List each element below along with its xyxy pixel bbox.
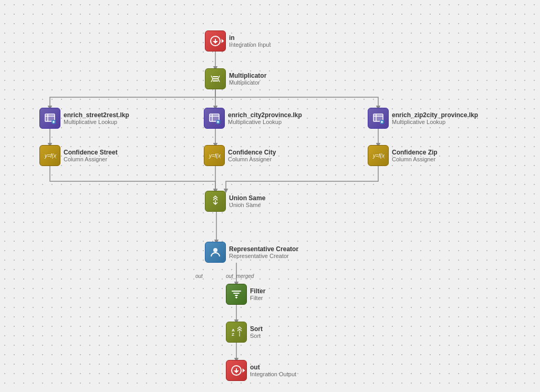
- union-same-title: Union Same: [229, 194, 265, 202]
- integration-input-icon: [205, 30, 226, 51]
- confidence-zip-title: Confidence Zip: [392, 149, 438, 156]
- confidence-zip-icon: y=f(x): [368, 145, 389, 166]
- sort-title: Sort: [250, 325, 263, 333]
- integration-input-title: in: [229, 34, 271, 42]
- confidence-zip-label: Confidence Zip Column Assigner: [392, 149, 438, 162]
- filter-title: Filter: [250, 287, 265, 295]
- enrich-zip-subtitle: Multiplicative Lookup: [392, 119, 478, 125]
- enrich-street-label: enrich_street2rest.lkp Multiplicative Lo…: [64, 111, 129, 125]
- representative-creator-title: Representative Creator: [229, 245, 298, 253]
- representative-creator-subtitle: Representative Creator: [229, 253, 298, 259]
- multiplicator-title: Multiplicator: [229, 72, 266, 79]
- out-merged-port-label: out_merged: [226, 273, 254, 279]
- confidence-street-node[interactable]: y=f(x) Confidence Street Column Assigner: [39, 145, 118, 166]
- union-same-subtitle: Union Same: [229, 202, 265, 208]
- filter-icon: [226, 284, 247, 305]
- integration-input-subtitle: Integration Input: [229, 42, 271, 48]
- confidence-street-label: Confidence Street Column Assigner: [64, 149, 118, 162]
- confidence-street-title: Confidence Street: [64, 149, 118, 156]
- enrich-street-title: enrich_street2rest.lkp: [64, 111, 129, 119]
- filter-label: Filter Filter: [250, 287, 265, 301]
- multiplicator-node[interactable]: Multiplicator Multiplicator: [205, 68, 266, 89]
- out-port-label: out: [195, 273, 203, 279]
- svg-text:y=f(x): y=f(x): [372, 153, 385, 159]
- representative-creator-icon: [205, 242, 226, 263]
- integration-input-node[interactable]: in Integration Input: [205, 30, 271, 51]
- confidence-city-title: Confidence City: [228, 149, 276, 156]
- svg-point-25: [213, 248, 217, 252]
- sort-icon: AZ: [226, 322, 247, 343]
- multiplicator-icon: [205, 68, 226, 89]
- multiplicator-label: Multiplicator Multiplicator: [229, 72, 266, 86]
- union-same-label: Union Same Union Same: [229, 194, 265, 208]
- enrich-street-subtitle: Multiplicative Lookup: [64, 119, 129, 125]
- enrich-street-node[interactable]: enrich_street2rest.lkp Multiplicative Lo…: [39, 108, 129, 129]
- sort-node[interactable]: AZ Sort Sort: [226, 322, 263, 343]
- filter-node[interactable]: Filter Filter: [226, 284, 265, 305]
- integration-output-node[interactable]: out Integration Output: [226, 360, 296, 381]
- enrich-city-subtitle: Multiplicative Lookup: [228, 119, 302, 125]
- confidence-city-subtitle: Column Assigner: [228, 156, 276, 162]
- integration-output-subtitle: Integration Output: [250, 371, 296, 377]
- confidence-zip-subtitle: Column Assigner: [392, 156, 438, 162]
- enrich-zip-label: enrich_zip2city_province.lkp Multiplicat…: [392, 111, 478, 125]
- enrich-city-node[interactable]: enrich_city2province.lkp Multiplicative …: [204, 108, 302, 129]
- confidence-zip-node[interactable]: y=f(x) Confidence Zip Column Assigner: [368, 145, 438, 166]
- enrich-zip-title: enrich_zip2city_province.lkp: [392, 111, 478, 119]
- svg-text:y=f(x): y=f(x): [44, 153, 56, 159]
- confidence-city-icon: y=f(x): [204, 145, 225, 166]
- multiplicator-subtitle: Multiplicator: [229, 79, 266, 86]
- representative-creator-label: Representative Creator Representative Cr…: [229, 245, 298, 259]
- integration-output-label: out Integration Output: [250, 364, 296, 377]
- confidence-city-node[interactable]: y=f(x) Confidence City Column Assigner: [204, 145, 276, 166]
- integration-input-label: in Integration Input: [229, 34, 271, 48]
- enrich-city-title: enrich_city2province.lkp: [228, 111, 302, 119]
- sort-label: Sort Sort: [250, 325, 263, 339]
- integration-output-title: out: [250, 364, 296, 371]
- enrich-zip-node[interactable]: enrich_zip2city_province.lkp Multiplicat…: [368, 108, 478, 129]
- enrich-city-icon: [204, 108, 225, 129]
- enrich-city-label: enrich_city2province.lkp Multiplicative …: [228, 111, 302, 125]
- integration-output-icon: [226, 360, 247, 381]
- filter-subtitle: Filter: [250, 295, 265, 301]
- representative-creator-node[interactable]: Representative Creator Representative Cr…: [205, 242, 298, 263]
- svg-text:y=f(x): y=f(x): [209, 153, 221, 159]
- enrich-street-icon: [39, 108, 60, 129]
- union-same-node[interactable]: Union Same Union Same: [205, 191, 265, 212]
- confidence-street-subtitle: Column Assigner: [64, 156, 118, 162]
- union-same-icon: [205, 191, 226, 212]
- confidence-city-label: Confidence City Column Assigner: [228, 149, 276, 162]
- svg-text:Z: Z: [232, 332, 234, 337]
- confidence-street-icon: y=f(x): [39, 145, 60, 166]
- sort-subtitle: Sort: [250, 333, 263, 339]
- enrich-zip-icon: [368, 108, 389, 129]
